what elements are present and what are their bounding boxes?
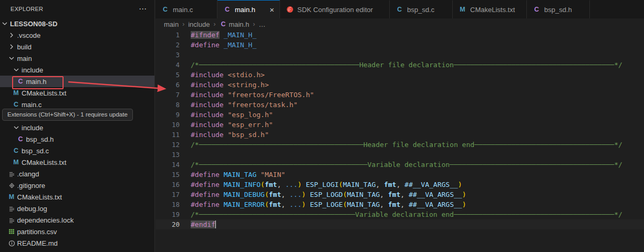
code-line-20[interactable]: 20#endif — [155, 219, 644, 229]
code-token: ) — [302, 201, 306, 208]
line-number[interactable]: 1 — [155, 30, 180, 40]
tree-item-dependencies-lock[interactable]: dependencies.lock — [0, 214, 154, 226]
tree-item-bsp-sd-c[interactable]: Cbsp_sd.c — [0, 145, 154, 156]
tab-bsp-sd-c[interactable]: Cbsp_sd.c — [390, 0, 453, 18]
code-line-11[interactable]: 11#include "bsp_sd.h" — [155, 130, 644, 140]
code-token: "freertos/FreeRTOS.h" — [227, 91, 314, 99]
code-line-15[interactable]: 15#define MAIN_TAG "MAIN" — [155, 170, 644, 180]
line-number[interactable]: 14 — [155, 160, 180, 170]
code-line-text: #define MAIN_INFO(fmt, ...) ESP_LOGI(MAI… — [180, 180, 462, 190]
close-icon[interactable]: × — [268, 6, 275, 14]
tree-item-readme-md[interactable]: README.md — [0, 237, 154, 249]
tab-label: CMakeLists.txt — [470, 6, 515, 14]
code-token: ESP_LOGI — [306, 181, 339, 188]
breadcrumb-item[interactable]: Cmain.h — [219, 20, 249, 28]
tab-cmakelists-txt[interactable]: MCMakeLists.txt — [453, 0, 527, 18]
tab-main-c[interactable]: Cmain.c — [155, 0, 217, 18]
line-number[interactable]: 18 — [155, 200, 180, 209]
line-number[interactable]: 4 — [155, 60, 180, 70]
code-token: ##__VA_ARGS__ — [409, 191, 462, 198]
csv-grid-icon — [7, 228, 16, 235]
line-number[interactable]: 15 — [155, 170, 180, 180]
line-number[interactable]: 3 — [155, 50, 180, 60]
tree-item-build[interactable]: build — [0, 41, 154, 52]
line-number[interactable]: 16 — [155, 180, 180, 190]
code-line-6[interactable]: 6#include <string.h> — [155, 80, 644, 90]
tree-item-partitions-csv[interactable]: partitions.csv — [0, 226, 154, 237]
tree-item-main-h[interactable]: Cmain.h — [0, 76, 154, 87]
code-token: #include — [191, 101, 224, 109]
line-number[interactable]: 7 — [155, 90, 180, 100]
code-line-1[interactable]: 1#ifndef _MAIN_H_ — [155, 30, 644, 40]
code-token: MAIN_TAG — [347, 191, 380, 198]
breadcrumb-item[interactable]: include — [188, 20, 210, 28]
code-token: fmt — [388, 201, 400, 208]
line-number[interactable]: 20 — [155, 219, 180, 229]
code-editor[interactable]: 1#ifndef _MAIN_H_2#define _MAIN_H_34/*──… — [155, 30, 644, 252]
code-token: ... — [289, 191, 302, 198]
code-token: #define — [191, 171, 220, 178]
line-number[interactable]: 5 — [155, 70, 180, 80]
c-blue-icon: C — [397, 6, 402, 13]
tab-sdk-configuration-editor[interactable]: SDK Configuration editor — [280, 0, 390, 18]
code-line-13[interactable]: 13 — [155, 150, 644, 160]
tree-item-root[interactable]: LESSON08-SD — [0, 18, 154, 29]
code-line-text: #include "bsp_sd.h" — [180, 130, 269, 140]
code-token — [220, 181, 224, 188]
code-line-9[interactable]: 9#include "esp_log.h" — [155, 110, 644, 120]
code-line-3[interactable]: 3 — [155, 50, 644, 60]
m-blue-icon: M — [12, 159, 20, 166]
code-line-12[interactable]: 12/*────────────────────────────────────… — [155, 140, 644, 150]
code-token: <string.h> — [227, 81, 268, 89]
tree-item--vscode[interactable]: .vscode — [0, 29, 154, 41]
line-number[interactable]: 11 — [155, 130, 180, 140]
tree-item-cmakelists-txt[interactable]: MCMakeLists.txt — [0, 87, 154, 99]
tab-main-h[interactable]: Cmain.h× — [217, 0, 280, 18]
line-number[interactable]: 13 — [155, 150, 180, 160]
explorer-sidebar: EXPLORER ⋯ LESSON08-SD.vscodebuildmainin… — [0, 0, 155, 252]
code-line-19[interactable]: 19/*────────────────────────────────────… — [155, 209, 644, 219]
code-token: , — [380, 201, 388, 208]
tree-item--clangd[interactable]: .clangd — [0, 168, 154, 180]
tree-item-include[interactable]: include — [0, 122, 154, 133]
line-number[interactable]: 10 — [155, 120, 180, 130]
code-line-10[interactable]: 10#include "esp_err.h" — [155, 120, 644, 130]
line-number[interactable]: 12 — [155, 140, 180, 150]
c-blue-icon: C — [14, 101, 18, 108]
tree-item--gitignore[interactable]: .gitignore — [0, 180, 154, 191]
tab-label: main.c — [173, 6, 193, 14]
line-number[interactable]: 9 — [155, 110, 180, 120]
tree-item-main[interactable]: main — [0, 52, 154, 64]
code-line-8[interactable]: 8#include "freertos/task.h" — [155, 100, 644, 110]
more-actions-icon[interactable]: ⋯ — [139, 4, 147, 14]
code-line-7[interactable]: 7#include "freertos/FreeRTOS.h" — [155, 90, 644, 100]
tab-bsp-sd-h[interactable]: Cbsp_sd.h — [527, 0, 590, 18]
breadcrumb-separator-icon: › — [213, 20, 215, 28]
code-line-5[interactable]: 5#include <stdio.h> — [155, 70, 644, 80]
code-line-17[interactable]: 17#define MAIN_DEBUG(fmt, ...) ESP_LOGD(… — [155, 190, 644, 200]
code-line-18[interactable]: 18#define MAIN_ERROR(fmt, ...) ESP_LOGE(… — [155, 200, 644, 209]
code-token: #define — [191, 191, 220, 198]
code-token: , — [281, 191, 289, 198]
code-line-16[interactable]: 16#define MAIN_INFO(fmt, ...) ESP_LOGI(M… — [155, 180, 644, 190]
c-purple-icon: C — [221, 20, 225, 28]
code-token: "freertos/task.h" — [227, 101, 297, 109]
tree-item-label: partitions.csv — [17, 228, 57, 236]
code-line-2[interactable]: 2#define _MAIN_H_ — [155, 40, 644, 50]
code-line-4[interactable]: 4/*─────────────────────────────────────… — [155, 60, 644, 70]
tree-item-bsp-sd-h[interactable]: Cbsp_sd.h — [0, 133, 154, 145]
breadcrumb-item[interactable]: main — [164, 20, 179, 28]
line-number[interactable]: 6 — [155, 80, 180, 90]
breadcrumb-item[interactable]: … — [258, 20, 265, 28]
tree-item-debug-log[interactable]: debug.log — [0, 203, 154, 214]
tree-item-include[interactable]: include — [0, 64, 154, 76]
line-number[interactable]: 8 — [155, 100, 180, 110]
tree-item-cmakelists-txt[interactable]: MCMakeLists.txt — [0, 191, 154, 203]
code-line-text: #include "esp_err.h" — [180, 120, 273, 130]
code-line-text: #include "esp_log.h" — [180, 110, 273, 120]
line-number[interactable]: 17 — [155, 190, 180, 200]
line-number[interactable]: 2 — [155, 40, 180, 50]
tree-item-cmakelists-txt[interactable]: MCMakeLists.txt — [0, 156, 154, 168]
line-number[interactable]: 19 — [155, 209, 180, 219]
code-line-14[interactable]: 14/*────────────────────────────────────… — [155, 160, 644, 170]
